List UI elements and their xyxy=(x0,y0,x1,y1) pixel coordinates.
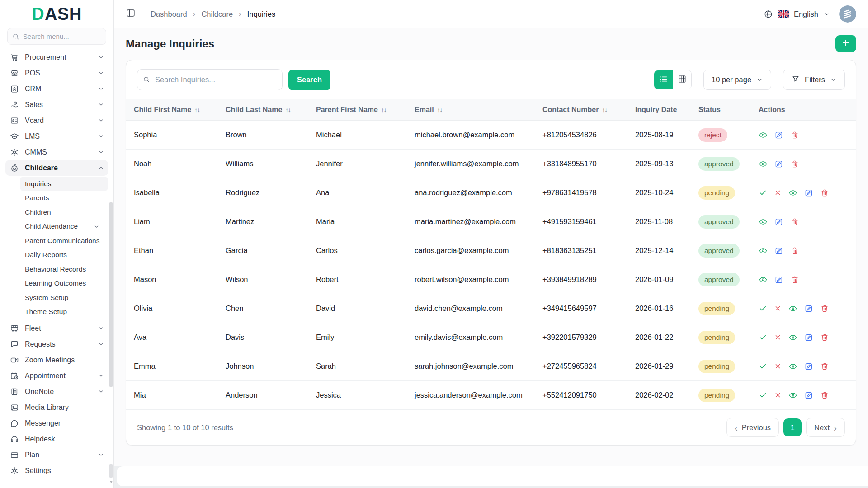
sidebar-subitem-learning-outcomes[interactable]: Learning Outcomes xyxy=(20,277,108,291)
filters-button[interactable]: Filters xyxy=(783,70,845,90)
sidebar-subitem-behavioral-records[interactable]: Behavioral Records xyxy=(20,262,108,277)
sidebar-item-lms[interactable]: LMS xyxy=(5,128,108,144)
delete-icon[interactable] xyxy=(820,362,829,371)
sidebar-subitem-parent-communications[interactable]: Parent Communications xyxy=(20,234,108,248)
column-header-child-last-name[interactable]: Child Last Name↑↓ xyxy=(217,99,307,121)
sidebar-item-messenger[interactable]: Messenger xyxy=(5,415,108,431)
breadcrumb-dashboard[interactable]: Dashboard xyxy=(151,10,187,19)
sidebar-item-appointment[interactable]: Appointment xyxy=(5,368,108,384)
sidebar-scrollbar[interactable] xyxy=(109,202,113,387)
edit-icon[interactable] xyxy=(804,304,813,313)
sidebar-subitem-children[interactable]: Children xyxy=(20,205,108,220)
add-inquiry-button[interactable] xyxy=(835,35,856,52)
page-number-button[interactable]: 1 xyxy=(783,418,802,436)
sidebar-item-vcard[interactable]: Vcard xyxy=(5,113,108,128)
grid-view-button[interactable] xyxy=(673,70,691,89)
edit-icon[interactable] xyxy=(804,188,813,197)
edit-icon[interactable] xyxy=(804,333,813,342)
column-header-email[interactable]: Email↑↓ xyxy=(406,99,533,121)
column-header-contact-number[interactable]: Contact Number↑↓ xyxy=(533,99,626,121)
sort-icon[interactable]: ↑↓ xyxy=(437,107,443,113)
sidebar-item-helpdesk[interactable]: Helpdesk xyxy=(5,431,108,447)
column-header-child-first-name[interactable]: Child First Name↑↓ xyxy=(126,99,217,121)
sidebar-subitem-daily-reports[interactable]: Daily Reports xyxy=(20,248,108,263)
next-page-button[interactable]: Next › xyxy=(806,418,845,437)
breadcrumb-childcare[interactable]: Childcare xyxy=(201,10,233,19)
per-page-select[interactable]: 10 per page xyxy=(703,70,771,90)
sort-icon[interactable]: ↑↓ xyxy=(602,107,607,113)
sidebar-toggle-button[interactable] xyxy=(126,8,136,20)
sidebar-scrollbar-end[interactable] xyxy=(109,464,113,478)
list-view-button[interactable] xyxy=(654,70,673,89)
avatar[interactable] xyxy=(839,5,856,23)
sidebar-item-childcare[interactable]: Childcare xyxy=(5,160,108,176)
sidebar-item-plan[interactable]: Plan xyxy=(5,447,108,463)
delete-icon[interactable] xyxy=(790,160,799,169)
sort-icon[interactable]: ↑↓ xyxy=(381,107,387,113)
edit-icon[interactable] xyxy=(774,246,783,255)
previous-page-button[interactable]: ‹ Previous xyxy=(726,418,779,437)
chevron-down-icon[interactable] xyxy=(823,11,830,18)
check-icon[interactable] xyxy=(759,333,767,342)
edit-icon[interactable] xyxy=(804,391,813,400)
eye-icon[interactable] xyxy=(788,391,797,400)
delete-icon[interactable] xyxy=(790,275,799,284)
check-icon[interactable] xyxy=(759,188,767,197)
language-selector[interactable]: English xyxy=(794,10,818,19)
sidebar-item-cmms[interactable]: CMMS xyxy=(5,144,108,160)
sidebar-item-pos[interactable]: POS xyxy=(5,65,108,81)
eye-icon[interactable] xyxy=(759,160,768,169)
delete-icon[interactable] xyxy=(820,304,829,313)
eye-icon[interactable] xyxy=(788,188,797,197)
x-icon[interactable] xyxy=(774,391,782,399)
delete-icon[interactable] xyxy=(820,188,829,197)
sidebar-item-zoom-meetings[interactable]: Zoom Meetings xyxy=(5,352,108,368)
x-icon[interactable] xyxy=(774,362,782,370)
eye-icon[interactable] xyxy=(759,275,768,284)
eye-icon[interactable] xyxy=(759,246,768,255)
column-header-parent-first-name[interactable]: Parent First Name↑↓ xyxy=(307,99,406,121)
delete-icon[interactable] xyxy=(820,333,829,342)
edit-icon[interactable] xyxy=(804,362,813,371)
sidebar-subitem-parents[interactable]: Parents xyxy=(20,191,108,206)
edit-icon[interactable] xyxy=(774,131,783,140)
sidebar-item-sales[interactable]: Sales xyxy=(5,97,108,113)
cell-contact: +393849918289 xyxy=(533,265,626,294)
sidebar-item-fleet[interactable]: Fleet xyxy=(5,320,108,336)
inquiries-search-input[interactable] xyxy=(137,69,283,90)
check-icon[interactable] xyxy=(759,304,767,313)
sidebar-item-onenote[interactable]: OneNote xyxy=(5,384,108,399)
sidebar-subitem-system-setup[interactable]: System Setup xyxy=(20,291,108,305)
eye-icon[interactable] xyxy=(759,217,768,226)
check-icon[interactable] xyxy=(759,391,767,399)
sort-icon[interactable]: ↑↓ xyxy=(194,107,200,113)
x-icon[interactable] xyxy=(774,305,782,312)
sidebar-subitem-inquiries[interactable]: Inquiries xyxy=(20,177,108,191)
eye-icon[interactable] xyxy=(788,304,797,313)
sidebar-item-media-library[interactable]: Media Library xyxy=(5,399,108,415)
sidebar-item-crm[interactable]: CRM xyxy=(5,81,108,97)
sidebar-item-settings[interactable]: Settings xyxy=(5,463,108,479)
sort-icon[interactable]: ↑↓ xyxy=(285,107,291,113)
eye-icon[interactable] xyxy=(788,333,797,342)
check-icon[interactable] xyxy=(759,362,767,371)
eye-icon[interactable] xyxy=(788,362,797,371)
edit-icon[interactable] xyxy=(774,217,783,226)
sidebar-item-requests[interactable]: Requests xyxy=(5,336,108,352)
edit-icon[interactable] xyxy=(774,160,783,169)
delete-icon[interactable] xyxy=(790,246,799,255)
sidebar-subitem-theme-setup[interactable]: Theme Setup xyxy=(20,305,108,319)
eye-icon[interactable] xyxy=(759,131,768,140)
delete-icon[interactable] xyxy=(790,131,799,140)
sidebar-item-procurement[interactable]: Procurement xyxy=(5,49,108,65)
delete-icon[interactable] xyxy=(790,217,799,226)
delete-icon[interactable] xyxy=(820,391,829,400)
x-icon[interactable] xyxy=(774,333,782,341)
sidebar-subitem-child-attendance[interactable]: Child Attendance xyxy=(20,220,108,234)
x-icon[interactable] xyxy=(774,189,782,197)
cell-child-last: Johnson xyxy=(217,352,307,381)
edit-icon[interactable] xyxy=(774,275,783,284)
menu-search-input[interactable] xyxy=(7,28,106,45)
search-button[interactable]: Search xyxy=(288,70,330,90)
scrollbar-down-arrow-icon[interactable] xyxy=(110,481,113,483)
